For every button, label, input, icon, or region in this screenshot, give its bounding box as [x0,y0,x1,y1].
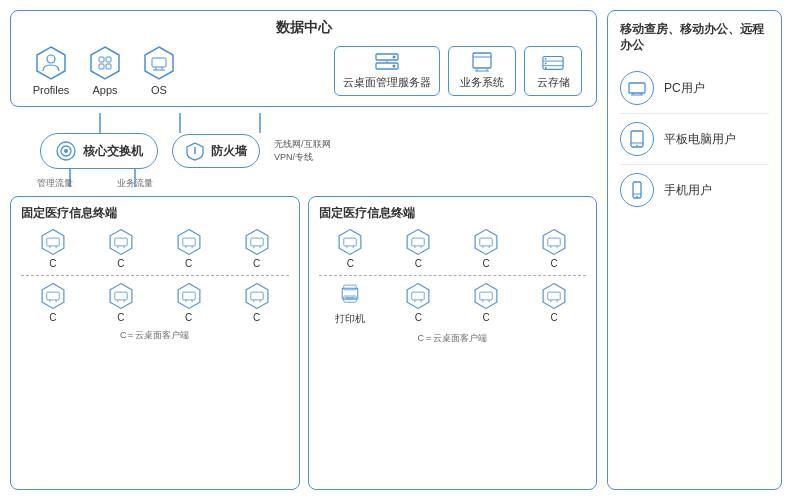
svg-rect-63 [182,292,194,300]
svg-rect-47 [182,238,194,246]
svg-point-33 [64,149,68,153]
svg-point-112 [636,196,638,198]
printer-item: 打印机 [319,282,383,326]
svg-marker-42 [110,230,132,255]
cloud-storage-box: 云存储 [524,46,582,96]
terminal-1-title: 固定医疗信息终端 [21,205,289,222]
terminal-icon-item: C [89,228,153,269]
svg-rect-79 [480,238,492,246]
printer-label: 打印机 [335,312,365,326]
svg-rect-59 [115,292,127,300]
svg-rect-67 [250,292,262,300]
cloud-storage-label: 云存储 [537,75,570,90]
terminal-icon-item: C [386,282,450,326]
terminal-icon-item: C [454,228,518,269]
phone-user-icon [620,173,654,207]
pc-user-row: PC用户 [620,63,769,114]
svg-marker-99 [543,284,565,309]
svg-point-14 [393,55,396,58]
os-label: OS [151,84,167,96]
biz-system-label: 业务系统 [460,75,504,90]
svg-point-35 [194,147,196,149]
biz-system-box: 业务系统 [448,46,516,96]
terminal-box-2: 固定医疗信息终端 C [308,196,598,490]
terminal-icon-item: C [522,228,586,269]
biz-flow-label: 业务流量 [110,177,160,190]
right-panel: 移动查房、移动办公、远程办公 PC用户 [607,10,782,490]
svg-rect-51 [250,238,262,246]
wireless-label: 无线网/互联网 VPN/专线 [274,138,331,163]
mgmt-flow-label: 管理流量 [30,177,80,190]
terminal-icon-item: C [21,228,85,269]
core-switch-box: 核心交换机 [40,133,158,169]
svg-rect-17 [473,53,491,68]
svg-rect-55 [47,292,59,300]
svg-marker-50 [246,230,268,255]
svg-point-15 [393,64,396,67]
terminal-icon-item: C [225,282,289,323]
svg-rect-6 [106,64,111,69]
svg-marker-70 [340,230,362,255]
apps-item: Apps [79,45,131,96]
svg-rect-5 [99,64,104,69]
svg-rect-39 [47,238,59,246]
svg-marker-46 [178,230,200,255]
tablet-user-label: 平板电脑用户 [664,131,736,148]
datacenter-box: 数据中心 Profiles [10,10,597,107]
svg-marker-58 [110,284,132,309]
svg-rect-43 [115,238,127,246]
svg-rect-100 [548,292,560,300]
tablet-user-row: 平板电脑用户 [620,114,769,165]
firewall-label: 防火墙 [211,143,247,160]
svg-marker-7 [145,47,173,79]
terminal-icon-item: C [386,228,450,269]
svg-rect-75 [412,238,424,246]
profiles-item: Profiles [25,45,77,96]
profiles-label: Profiles [33,84,70,96]
terminal-icon-item: C [89,282,153,323]
terminal-2-note: C＝云桌面客户端 [319,332,587,345]
terminal-icon-item: C [319,228,383,269]
terminal-icon-item: C [21,282,85,323]
pc-user-label: PC用户 [664,80,705,97]
firewall-box: 防火墙 [172,134,260,168]
terminal-2-title: 固定医疗信息终端 [319,205,587,222]
svg-point-109 [636,145,638,147]
svg-point-1 [47,55,55,63]
apps-label: Apps [92,84,117,96]
phone-user-row: 手机用户 [620,165,769,215]
terminal-1-note: C＝云桌面客户端 [21,329,289,342]
svg-rect-8 [152,58,166,67]
terminal-icon-item: C [522,282,586,326]
svg-marker-78 [475,230,497,255]
svg-marker-95 [475,284,497,309]
svg-marker-82 [543,230,565,255]
svg-marker-2 [91,47,119,79]
svg-rect-71 [344,238,356,246]
datacenter-title: 数据中心 [25,19,582,37]
mgmt-server-box: 云桌面管理服务器 [334,46,440,96]
os-item: OS [133,45,185,96]
terminal-icon-item: C [157,282,221,323]
svg-marker-38 [42,230,64,255]
pc-user-icon [620,71,654,105]
svg-point-26 [545,62,547,64]
svg-marker-91 [407,284,429,309]
switch-label: 核心交换机 [83,143,143,160]
svg-marker-54 [42,284,64,309]
terminal-box-1: 固定医疗信息终端 C [10,196,300,490]
svg-rect-4 [106,57,111,62]
terminal-icon-item: C [225,228,289,269]
svg-point-27 [545,67,547,69]
tablet-user-icon [620,122,654,156]
phone-user-label: 手机用户 [664,182,712,199]
svg-rect-107 [631,131,643,147]
right-panel-title: 移动查房、移动办公、远程办公 [620,21,769,53]
svg-point-25 [545,57,547,59]
svg-marker-74 [407,230,429,255]
svg-rect-96 [480,292,492,300]
svg-rect-92 [412,292,424,300]
svg-rect-3 [99,57,104,62]
terminal-icon-item: C [157,228,221,269]
svg-rect-110 [633,182,641,198]
